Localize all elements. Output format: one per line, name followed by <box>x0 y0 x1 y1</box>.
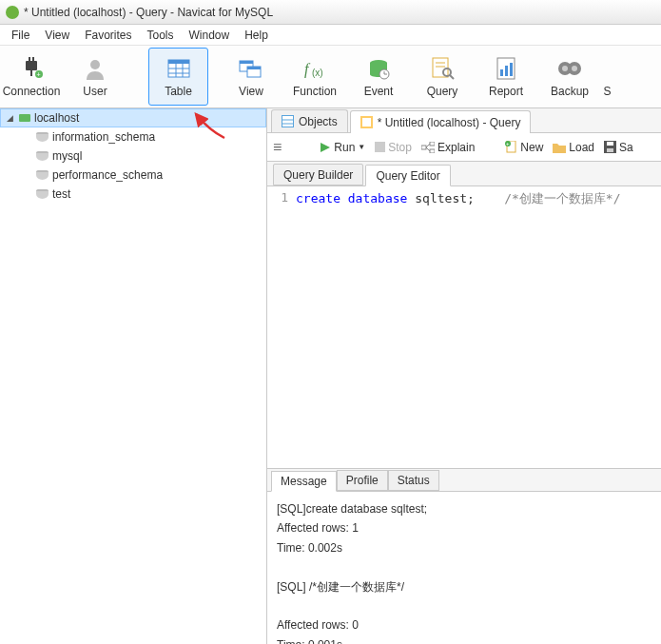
svg-line-47 <box>426 144 430 147</box>
tool-view[interactable]: View <box>220 46 283 107</box>
stop-button[interactable]: Stop <box>375 141 412 154</box>
line-number-gutter: 1 <box>267 190 296 468</box>
message-output[interactable]: [SQL]create database sqltest;Affected ro… <box>267 492 661 644</box>
tool-connection[interactable]: +Connection <box>0 46 64 107</box>
result-line: [SQL]create database sqltest; <box>277 499 651 518</box>
tool-label: Function <box>293 85 337 98</box>
new-icon: + <box>505 141 517 153</box>
view-icon <box>238 55 264 82</box>
fx-icon: f(x) <box>301 55 328 82</box>
database-icon <box>36 151 49 161</box>
save-button[interactable]: Sa <box>604 141 633 154</box>
new-button[interactable]: + New <box>505 141 543 154</box>
tree-root-localhost[interactable]: ◢ localhost <box>0 108 266 127</box>
right-pane: Objects * Untitled (localhost) - Query ≡… <box>267 108 661 644</box>
svg-rect-0 <box>26 61 37 70</box>
menu-window[interactable]: Window <box>182 27 238 44</box>
database-icon <box>36 132 49 142</box>
backup-icon <box>556 55 583 82</box>
hamburger-icon[interactable]: ≡ <box>273 139 282 156</box>
tool-function[interactable]: f(x)Function <box>283 46 347 107</box>
result-tab-profile[interactable]: Profile <box>337 470 388 491</box>
svg-text:(x): (x) <box>312 68 323 78</box>
svg-rect-54 <box>607 148 613 152</box>
tool-table[interactable]: Table <box>148 48 208 106</box>
result-line: Time: 0.001s <box>277 635 651 644</box>
svg-rect-45 <box>430 142 435 146</box>
save-icon <box>604 141 616 153</box>
menu-tools[interactable]: Tools <box>140 27 182 44</box>
results-panel: Message Profile Status [SQL]create datab… <box>267 468 661 644</box>
user-icon <box>82 55 108 82</box>
tool-report[interactable]: Report <box>475 46 538 107</box>
svg-rect-41 <box>362 118 371 127</box>
svg-rect-30 <box>510 63 513 76</box>
svg-rect-29 <box>505 66 508 76</box>
window-title: * Untitled (localhost) - Query - Navicat… <box>24 6 273 19</box>
svg-rect-7 <box>168 60 189 64</box>
menu-file[interactable]: File <box>4 27 37 44</box>
stop-icon <box>375 142 385 152</box>
connection-tree[interactable]: ◢ localhost information_schemamysqlperfo… <box>0 108 267 644</box>
svg-rect-15 <box>247 67 261 69</box>
main-toolbar: +ConnectionUserTableViewf(x)FunctionEven… <box>0 46 661 108</box>
tree-db-information_schema[interactable]: information_schema <box>0 127 266 146</box>
explain-button[interactable]: Explain <box>421 141 475 154</box>
tab-objects[interactable]: Objects <box>271 109 348 132</box>
load-button[interactable]: Load <box>553 141 594 154</box>
svg-rect-13 <box>240 61 253 64</box>
svg-point-32 <box>562 66 568 71</box>
db-label: mysql <box>52 149 82 163</box>
tree-db-mysql[interactable]: mysql <box>0 146 266 166</box>
tool-label: Connection <box>3 85 61 98</box>
result-tab-message[interactable]: Message <box>271 471 337 492</box>
code-line-1[interactable]: create database sqltest; /*创建一个数据库*/ <box>296 190 621 468</box>
menu-favorites[interactable]: Favorites <box>77 27 139 44</box>
svg-line-26 <box>450 75 454 79</box>
svg-text:f: f <box>304 61 311 78</box>
query-action-bar: ≡ Run ▼ Stop Explain + New Load <box>267 133 661 162</box>
svg-rect-46 <box>430 149 435 153</box>
tool-backup[interactable]: Backup <box>538 46 602 107</box>
tool-label: Backup <box>551 85 589 98</box>
db-label: test <box>52 187 70 201</box>
tab-query-builder[interactable]: Query Builder <box>273 164 363 185</box>
tool-label: View <box>239 85 263 98</box>
tool-user[interactable]: User <box>64 46 127 107</box>
svg-marker-42 <box>321 143 330 152</box>
svg-rect-22 <box>433 58 448 77</box>
menubar: File View Favorites Tools Window Help <box>0 25 661 46</box>
tree-db-test[interactable]: test <box>0 185 266 204</box>
result-line: Affected rows: 1 <box>277 518 651 537</box>
load-label: Load <box>569 141 594 154</box>
explain-icon <box>421 142 435 153</box>
svg-line-48 <box>426 147 430 151</box>
svg-point-34 <box>572 66 577 71</box>
db-label: information_schema <box>52 130 155 144</box>
menu-view[interactable]: View <box>37 27 77 44</box>
svg-text:+: + <box>37 71 41 78</box>
result-line <box>277 557 651 576</box>
svg-text:+: + <box>506 141 510 146</box>
database-icon <box>36 170 49 180</box>
menu-help[interactable]: Help <box>237 27 276 44</box>
svg-rect-2 <box>32 57 34 62</box>
tool-event[interactable]: Event <box>347 46 411 107</box>
tree-db-performance_schema[interactable]: performance_schema <box>0 166 266 185</box>
svg-rect-35 <box>19 114 30 122</box>
tab-query-editor[interactable]: Query Editor <box>365 165 450 186</box>
dropdown-icon[interactable]: ▼ <box>358 143 365 151</box>
tool-query[interactable]: Query <box>411 46 475 107</box>
expand-icon[interactable]: ◢ <box>5 113 15 124</box>
svg-rect-44 <box>421 146 426 149</box>
result-tab-status[interactable]: Status <box>388 470 439 491</box>
sql-editor[interactable]: 1 create database sqltest; /*创建一个数据库*/ <box>267 186 661 468</box>
stop-label: Stop <box>388 141 412 154</box>
run-button[interactable]: Run ▼ <box>320 141 365 154</box>
table-icon <box>165 55 192 82</box>
tool-partial[interactable]: S <box>602 46 613 107</box>
svg-rect-1 <box>29 57 30 62</box>
folder-icon <box>553 142 566 153</box>
tab-query[interactable]: * Untitled (localhost) - Query <box>350 110 532 133</box>
doc-tabs: Objects * Untitled (localhost) - Query <box>267 108 661 133</box>
